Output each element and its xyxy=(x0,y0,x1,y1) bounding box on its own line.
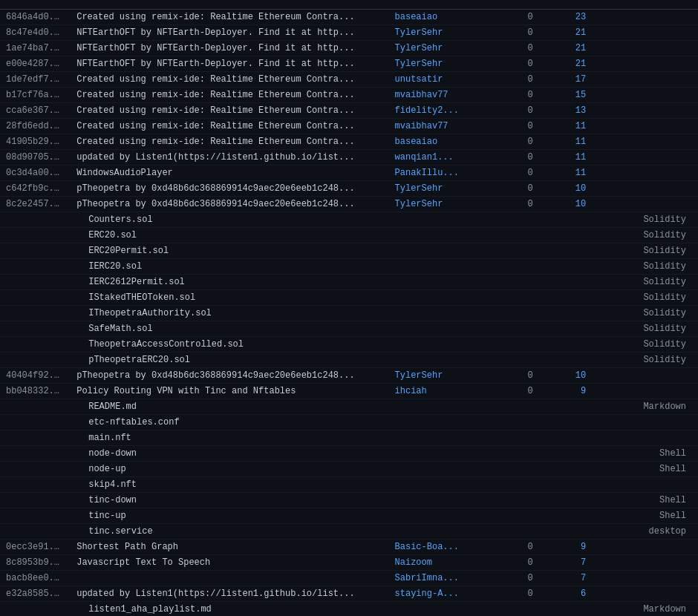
comments-link[interactable]: 0 xyxy=(528,557,533,568)
row-comments[interactable]: 0 xyxy=(469,72,539,88)
row-comments[interactable]: 0 xyxy=(469,150,539,166)
row-files[interactable]: 11 xyxy=(539,150,592,166)
row-user[interactable]: TylerSehr xyxy=(389,56,469,72)
user-link[interactable]: SabriImna... xyxy=(395,573,459,583)
user-link[interactable]: fidelity2... xyxy=(395,105,459,116)
comments-link[interactable]: 0 xyxy=(528,12,533,22)
row-comments[interactable]: 0 xyxy=(469,571,539,586)
row-user[interactable]: Naizoom xyxy=(389,555,469,571)
row-comments[interactable]: 0 xyxy=(469,586,539,602)
files-link[interactable]: 10 xyxy=(575,370,586,381)
row-files[interactable]: 21 xyxy=(539,56,592,72)
comments-link[interactable]: 0 xyxy=(528,121,533,131)
files-link[interactable]: 15 xyxy=(575,90,586,100)
row-files[interactable]: 10 xyxy=(539,368,592,384)
row-comments[interactable]: 0 xyxy=(469,134,539,150)
row-comments[interactable]: 0 xyxy=(469,25,539,41)
row-files[interactable]: 11 xyxy=(539,119,592,134)
files-link[interactable]: 11 xyxy=(575,137,586,147)
row-comments[interactable]: 0 xyxy=(469,10,539,25)
user-link[interactable]: TylerSehr xyxy=(395,27,443,38)
row-user[interactable]: baseaiao xyxy=(389,10,469,25)
user-link[interactable]: mvaibhav77 xyxy=(395,90,449,100)
row-user[interactable]: unutsatir xyxy=(389,72,469,88)
row-files[interactable]: 9 xyxy=(539,384,592,399)
comments-link[interactable]: 0 xyxy=(528,27,533,38)
files-link[interactable]: 11 xyxy=(575,121,586,131)
user-link[interactable]: ihciah xyxy=(395,386,427,396)
files-link[interactable]: 7 xyxy=(581,573,586,583)
user-link[interactable]: mvaibhav77 xyxy=(395,121,449,131)
comments-link[interactable]: 0 xyxy=(528,105,533,116)
comments-link[interactable]: 0 xyxy=(528,74,533,85)
files-link[interactable]: 7 xyxy=(581,557,586,568)
comments-link[interactable]: 0 xyxy=(528,542,533,552)
comments-link[interactable]: 0 xyxy=(528,183,533,194)
row-user[interactable]: SabriImna... xyxy=(389,571,469,586)
comments-link[interactable]: 0 xyxy=(528,168,533,178)
row-user[interactable]: PanakIllu... xyxy=(389,166,469,181)
row-user[interactable]: mvaibhav77 xyxy=(389,119,469,134)
row-comments[interactable]: 0 xyxy=(469,56,539,72)
row-files[interactable]: 7 xyxy=(539,571,592,586)
row-comments[interactable]: 0 xyxy=(469,555,539,571)
comments-link[interactable]: 0 xyxy=(528,589,533,599)
row-files[interactable]: 21 xyxy=(539,25,592,41)
comments-link[interactable]: 0 xyxy=(528,370,533,381)
user-link[interactable]: TylerSehr xyxy=(395,183,443,194)
user-link[interactable]: wanqian1... xyxy=(395,152,454,163)
row-comments[interactable]: 0 xyxy=(469,384,539,399)
row-comments[interactable]: 0 xyxy=(469,181,539,197)
user-link[interactable]: Basic-Boa... xyxy=(395,542,459,552)
files-link[interactable]: 11 xyxy=(575,152,586,163)
user-link[interactable]: TylerSehr xyxy=(395,43,443,53)
user-link[interactable]: Naizoom xyxy=(395,557,432,568)
comments-link[interactable]: 0 xyxy=(528,43,533,53)
comments-link[interactable]: 0 xyxy=(528,386,533,396)
comments-link[interactable]: 0 xyxy=(528,59,533,69)
files-link[interactable]: 6 xyxy=(581,589,586,599)
row-comments[interactable]: 0 xyxy=(469,88,539,103)
user-link[interactable]: staying-A... xyxy=(395,589,459,599)
comments-link[interactable]: 0 xyxy=(528,199,533,209)
row-user[interactable]: TylerSehr xyxy=(389,25,469,41)
row-files[interactable]: 21 xyxy=(539,41,592,56)
row-comments[interactable]: 0 xyxy=(469,197,539,212)
row-files[interactable]: 11 xyxy=(539,134,592,150)
user-link[interactable]: baseaiao xyxy=(395,12,438,22)
files-link[interactable]: 17 xyxy=(575,74,586,85)
row-comments[interactable]: 0 xyxy=(469,166,539,181)
row-user[interactable]: wanqian1... xyxy=(389,150,469,166)
row-user[interactable]: TylerSehr xyxy=(389,181,469,197)
row-user[interactable]: staying-A... xyxy=(389,586,469,602)
files-link[interactable]: 23 xyxy=(575,12,586,22)
row-files[interactable]: 10 xyxy=(539,197,592,212)
row-user[interactable]: TylerSehr xyxy=(389,197,469,212)
row-user[interactable]: TylerSehr xyxy=(389,368,469,384)
row-comments[interactable]: 0 xyxy=(469,368,539,384)
row-files[interactable]: 17 xyxy=(539,72,592,88)
files-link[interactable]: 10 xyxy=(575,199,586,209)
comments-link[interactable]: 0 xyxy=(528,137,533,147)
row-files[interactable]: 7 xyxy=(539,555,592,571)
comments-link[interactable]: 0 xyxy=(528,573,533,583)
files-link[interactable]: 9 xyxy=(581,542,586,552)
row-files[interactable]: 11 xyxy=(539,166,592,181)
col-files[interactable] xyxy=(539,0,592,10)
row-comments[interactable]: 0 xyxy=(469,41,539,56)
files-link[interactable]: 21 xyxy=(575,59,586,69)
files-link[interactable]: 9 xyxy=(581,386,586,396)
user-link[interactable]: TylerSehr xyxy=(395,199,443,209)
files-link[interactable]: 21 xyxy=(575,43,586,53)
row-files[interactable]: 15 xyxy=(539,88,592,103)
files-link[interactable]: 21 xyxy=(575,27,586,38)
row-comments[interactable]: 0 xyxy=(469,540,539,555)
row-files[interactable]: 23 xyxy=(539,10,592,25)
row-files[interactable]: 6 xyxy=(539,586,592,602)
comments-link[interactable]: 0 xyxy=(528,152,533,163)
row-user[interactable]: ihciah xyxy=(389,384,469,399)
user-link[interactable]: TylerSehr xyxy=(395,370,443,381)
user-link[interactable]: PanakIllu... xyxy=(395,168,459,178)
row-files[interactable]: 9 xyxy=(539,540,592,555)
row-user[interactable]: TylerSehr xyxy=(389,41,469,56)
